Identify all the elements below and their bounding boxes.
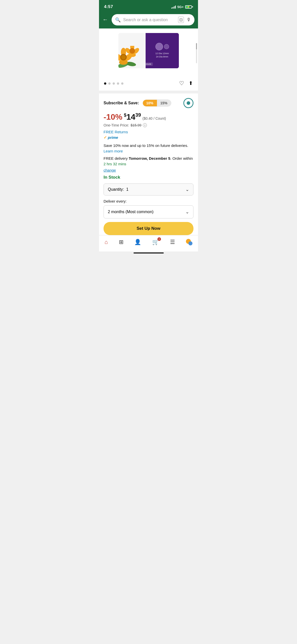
microphone-icon[interactable]: 🎙 xyxy=(186,17,191,22)
dot-4[interactable] xyxy=(117,82,119,85)
nav-account[interactable]: 👤 xyxy=(132,238,144,246)
battery-icon: ⚡ xyxy=(185,5,193,9)
search-icon: 🔍 xyxy=(115,17,121,23)
ai-assistant-icon xyxy=(186,239,192,245)
prime-label: prime xyxy=(108,135,118,140)
delivery-date: Tomorrow, December 5 xyxy=(129,156,170,160)
dot-2[interactable] xyxy=(108,82,111,85)
stock-status: In Stock xyxy=(104,175,193,180)
back-button[interactable]: ← xyxy=(103,16,108,23)
one-time-price-row: One-Time Price: $15.99 i xyxy=(104,123,193,127)
badge-row: FREE Returns ✓ prime xyxy=(104,130,193,140)
cart-badge: 🛒 0 xyxy=(152,239,159,245)
info-icon[interactable]: i xyxy=(143,123,147,127)
quantity-label: Quantity: 1 xyxy=(108,187,128,192)
deliver-every-label: Deliver every: xyxy=(104,199,193,203)
size-label: 2SIZE xyxy=(144,62,153,66)
share-icon[interactable]: ⬆ xyxy=(189,80,193,87)
delivery-countdown: 2 hrs 32 mins xyxy=(104,162,126,166)
status-time: 4:57 xyxy=(104,4,113,9)
svg-point-20 xyxy=(121,55,126,59)
toggle-15[interactable]: 15% xyxy=(157,100,171,106)
deliver-every-chevron-icon: ⌄ xyxy=(185,209,189,215)
dot-1[interactable] xyxy=(104,82,106,85)
nav-home[interactable]: ⌂ xyxy=(102,238,110,246)
library-icon: ⊞ xyxy=(119,239,123,245)
menu-icon: ☰ xyxy=(170,239,175,245)
search-input[interactable]: Search or ask a question xyxy=(123,18,176,22)
discount-percent: -10% xyxy=(104,112,122,122)
deliver-every-value: 2 months (Most common) xyxy=(108,210,153,214)
deliver-every-dropdown[interactable]: 2 months (Most common) ⌄ xyxy=(104,205,193,218)
quantity-chevron-icon: ⌄ xyxy=(185,187,189,192)
prime-row: ✓ prime xyxy=(104,135,193,140)
signal-icon xyxy=(171,5,176,9)
product-image: 12 Dia 12mm 24 Dia 8mm 2SIZE xyxy=(104,28,193,73)
product-package: 12 Dia 12mm 24 Dia 8mm 2SIZE xyxy=(118,33,179,68)
toggle-10[interactable]: 10% xyxy=(143,100,157,106)
image-dots xyxy=(104,82,123,85)
subscribe-label: Subscribe & Save: xyxy=(104,101,139,105)
scroll-indicator xyxy=(196,43,197,63)
free-returns-label[interactable]: FREE Returns xyxy=(104,130,193,134)
wishlist-icon[interactable]: ♡ xyxy=(179,80,184,87)
price-cents: 39 xyxy=(135,112,141,118)
setup-now-button[interactable]: Set Up Now xyxy=(104,222,193,235)
nav-menu[interactable]: ☰ xyxy=(168,238,178,246)
dots-actions-row: ♡ ⬆ xyxy=(99,78,198,91)
product-image-section: 12 Dia 12mm 24 Dia 8mm 2SIZE xyxy=(99,28,198,78)
delivery-prefix: FREE delivery xyxy=(104,156,129,160)
account-icon: 👤 xyxy=(134,239,141,245)
subscribe-toggle[interactable]: 10% 15% xyxy=(143,100,171,107)
price-main: $1439 xyxy=(124,112,141,122)
product-action-icons: ♡ ⬆ xyxy=(179,80,193,87)
one-time-label: One-Time Price: xyxy=(104,123,129,127)
change-link[interactable]: change xyxy=(104,168,193,172)
svg-point-10 xyxy=(129,48,135,54)
search-bar[interactable]: 🔍 Search or ask a question ⊡ 🎙 xyxy=(112,14,194,25)
original-price: $15.99 xyxy=(130,123,141,127)
size-detail-2: 24 Dia 8mm xyxy=(156,55,168,58)
nav-cart[interactable]: 🛒 0 xyxy=(150,238,161,246)
prime-check-icon: ✓ xyxy=(104,135,107,140)
dot-3[interactable] xyxy=(113,82,115,85)
save-description: Save 10% now and up to 15% on future del… xyxy=(104,143,193,154)
nav-ai[interactable] xyxy=(183,238,195,246)
dot-5[interactable] xyxy=(121,82,123,85)
bottom-nav: ⌂ ⊞ 👤 🛒 0 ☰ xyxy=(99,235,198,251)
home-indicator xyxy=(134,252,164,253)
product-card: Subscribe & Save: 10% 15% -10% $1439 ($0… xyxy=(99,93,198,235)
status-bar: 4:57 5G+ ⚡ xyxy=(99,0,198,13)
package-purple: 12 Dia 12mm 24 Dia 8mm 2SIZE xyxy=(146,33,179,68)
quantity-dropdown[interactable]: Quantity: 1 ⌄ xyxy=(104,183,193,196)
flower-decoration xyxy=(118,46,146,68)
price-integer: 14 xyxy=(126,112,136,121)
network-label: 5G+ xyxy=(177,5,184,9)
price-row: -10% $1439 ($0.40 / Count) xyxy=(104,112,193,122)
delivery-suffix: . Order within xyxy=(170,156,193,160)
nav-library[interactable]: ⊞ xyxy=(116,238,126,246)
learn-more-link[interactable]: Learn more xyxy=(104,149,123,153)
camera-scan-icon[interactable]: ⊡ xyxy=(178,17,184,23)
subscribe-radio[interactable] xyxy=(183,98,193,108)
package-white xyxy=(118,33,146,68)
cart-count: 0 xyxy=(157,237,161,241)
price-dollar: $ xyxy=(124,113,126,118)
delivery-row: FREE delivery Tomorrow, December 5. Orde… xyxy=(104,156,193,167)
price-per-unit: ($0.40 / Count) xyxy=(143,116,166,120)
home-icon: ⌂ xyxy=(105,239,108,245)
subscribe-save-row: Subscribe & Save: 10% 15% xyxy=(104,98,193,108)
status-icons: 5G+ ⚡ xyxy=(171,5,193,9)
save-desc-text: Save 10% now and up to 15% on future del… xyxy=(104,143,188,148)
size-detail-1: 12 Dia 12mm xyxy=(155,52,169,55)
search-header: ← 🔍 Search or ask a question ⊡ 🎙 xyxy=(99,13,198,28)
